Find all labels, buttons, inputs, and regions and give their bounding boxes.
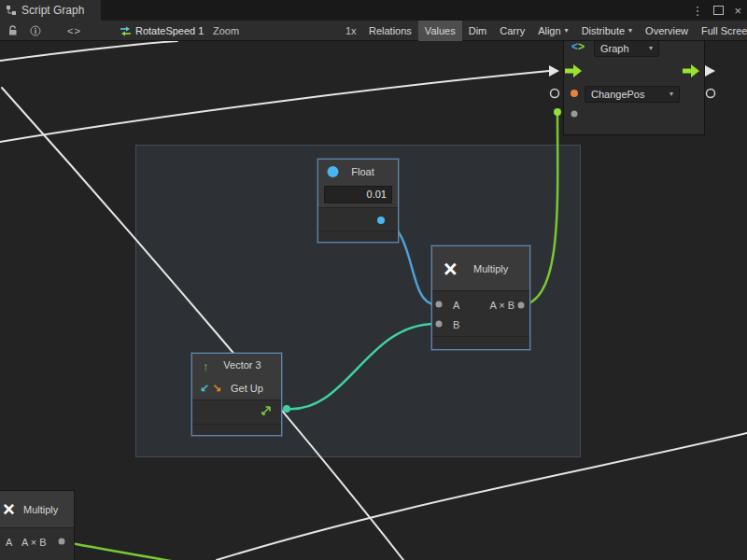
port-multiply-b-input[interactable] — [436, 321, 443, 328]
port-multiply-2-output[interactable] — [59, 539, 65, 545]
tab-script-graph[interactable]: Script Graph — [0, 0, 101, 21]
float-value: 0.01 — [367, 189, 387, 200]
window-menu-icon[interactable]: ⋮ — [691, 4, 703, 18]
caret-down-icon: ▾ — [649, 45, 653, 52]
distribute-button[interactable]: Distribute▾ — [575, 21, 639, 41]
align-button[interactable]: Align▾ — [531, 21, 574, 41]
node-subtitle: Get Up — [192, 383, 281, 394]
toolbar-buttons: Relations Values Dim Carry Align▾ Distri… — [362, 21, 747, 41]
port-label-out: A × B — [21, 537, 47, 548]
graph-canvas[interactable]: Float 0.01 × Multiply A A × B B ↑ Vector… — [0, 41, 747, 560]
caret-down-icon: ▾ — [628, 27, 632, 35]
caret-down-icon: ▾ — [669, 91, 673, 98]
wire-multiply2-output — [62, 541, 196, 560]
port-getup-output[interactable] — [283, 405, 290, 413]
lock-icon[interactable] — [7, 21, 18, 41]
info-icon[interactable] — [30, 21, 41, 41]
node-set-variable[interactable]: <> Graph ▾ ChangePos ▾ — [563, 41, 705, 135]
carry-button[interactable]: Carry — [493, 21, 531, 41]
relations-button[interactable]: Relations — [362, 21, 418, 41]
script-graph-icon — [6, 5, 17, 16]
port-label-b: B — [453, 319, 459, 330]
wire-white-to-graph-node — [0, 71, 549, 142]
overview-button[interactable]: Overview — [639, 21, 695, 41]
node-footer — [318, 231, 398, 242]
value-port-ring-right[interactable] — [707, 90, 715, 98]
port-multiply-output[interactable] — [518, 302, 525, 309]
tab-title: Script Graph — [21, 4, 84, 17]
node-vector3-get-up[interactable]: ↑ Vector 3 ↙ ↘ Get Up — [191, 353, 282, 436]
value-port-ring-left[interactable] — [551, 90, 559, 98]
full-screen-button[interactable]: Full Screen — [695, 21, 747, 41]
titlebar: Script Graph ⋮ × — [0, 0, 747, 21]
script-graph-window: Script Graph ⋮ × <> — [0, 0, 747, 560]
toolbar: <> RotateSpeed 1 Zoom 1x Relations Value… — [0, 21, 747, 41]
script-graph-asset-icon — [120, 21, 132, 41]
values-button[interactable]: Values — [418, 21, 462, 41]
variable-name-dropdown[interactable]: ChangePos ▾ — [585, 86, 680, 103]
graph-reference[interactable]: RotateSpeed 1 — [135, 21, 204, 41]
node-multiply-2-header: × Multiply — [0, 491, 74, 528]
flow-port-left-triangle[interactable] — [549, 65, 559, 77]
wire-white-top-left — [0, 41, 177, 61]
node-title: Multiply — [23, 504, 58, 515]
code-view-button[interactable]: <> — [67, 21, 81, 41]
zoom-label: Zoom — [213, 21, 239, 41]
port-label-a: A — [6, 537, 12, 548]
caret-down-icon: ▾ — [565, 27, 569, 35]
node-float[interactable]: Float 0.01 — [317, 159, 399, 243]
port-label-a: A — [453, 300, 459, 311]
port-variable-name-input[interactable] — [571, 90, 578, 97]
code-icon: <> — [571, 41, 585, 53]
float-value-field[interactable]: 0.01 — [324, 186, 392, 203]
node-multiply-2[interactable]: × Multiply A A × B — [0, 490, 75, 560]
multiply-icon: × — [444, 257, 458, 280]
node-title: Multiply — [473, 263, 508, 274]
node-float-header: Float 0.01 — [318, 160, 398, 208]
node-footer — [432, 336, 529, 349]
zoom-value: 1x — [345, 21, 357, 41]
port-multiply-a-input[interactable] — [436, 301, 443, 308]
multiply-icon: × — [3, 499, 15, 520]
node-multiply-header: × Multiply — [432, 246, 529, 291]
node-title: Vector 3 — [192, 359, 281, 371]
node-multiply[interactable]: × Multiply A A × B B — [431, 245, 530, 350]
port-label-out: A × B — [489, 300, 514, 311]
flow-port-right-triangle[interactable] — [705, 65, 715, 77]
port-variable-value-input[interactable] — [554, 108, 561, 116]
port-float-output[interactable] — [377, 217, 385, 224]
dim-button[interactable]: Dim — [462, 21, 494, 41]
node-vector3-header: ↑ Vector 3 ↙ ↘ Get Up — [192, 354, 281, 400]
graph-scope-dropdown[interactable]: Graph ▾ — [594, 41, 659, 57]
node-footer — [192, 424, 281, 435]
axes-move-icon — [260, 404, 273, 417]
node-title: Float — [318, 166, 398, 177]
port-variable-extra-input[interactable] — [571, 111, 578, 118]
maximize-icon[interactable] — [713, 6, 724, 15]
window-controls: ⋮ × — [691, 0, 741, 21]
close-icon[interactable]: × — [734, 4, 741, 18]
